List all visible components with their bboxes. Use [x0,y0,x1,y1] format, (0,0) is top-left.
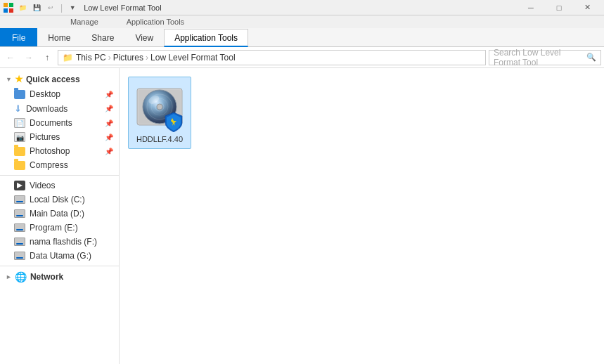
compress-folder-icon [14,161,25,170]
sidebar-item-flashdis[interactable]: nama flashdis (F:) [0,235,119,249]
back-button[interactable]: ← [3,50,18,65]
maximize-button[interactable]: □ [545,0,573,15]
sidebar-section-quick-access[interactable]: ▼ ★ Quick access [0,71,119,87]
svg-rect-1 [9,3,13,7]
minimize-icon: 📁 [17,2,28,13]
sidebar-item-pictures[interactable]: 📷 Pictures 📌 [0,130,119,144]
save-icon: 💾 [31,2,42,13]
content-area[interactable]: HDDLLF.4.40 [120,68,604,364]
path-part-thispc: This PC [76,53,106,63]
search-icon: 🔍 [586,53,596,62]
hdd-disc-svg [134,82,185,132]
sidebar: ▼ ★ Quick access Desktop 📌 ⇓ Downloads 📌… [0,68,120,364]
sidebar-item-desktop[interactable]: Desktop 📌 [0,87,119,101]
quick-access-chevron: ▼ [6,76,12,83]
app-icon [3,2,14,13]
flashdis-icon [14,238,25,246]
ribbon: Manage Application Tools File Home Share… [0,15,604,47]
main-data-icon [14,209,25,218]
undo-icon: ↩ [45,2,56,13]
sidebar-item-label-flashdis: nama flashdis (F:) [30,237,97,247]
sidebar-item-photoshop[interactable]: Photoshop 📌 [0,144,119,158]
window-title: Low Level Format Tool [84,4,517,12]
pin-icon-desktop: 📌 [105,91,113,98]
ribbon-tabs: File Home Share View Application Tools [0,28,604,46]
close-button[interactable]: ✕ [573,0,601,15]
sidebar-item-program[interactable]: Program (E:) [0,221,119,235]
file-item-hddllf[interactable]: HDDLLF.4.40 [128,77,191,149]
sidebar-item-main-data[interactable]: Main Data (D:) [0,207,119,221]
search-placeholder: Search Low Level Format Tool [494,48,586,67]
sidebar-item-documents[interactable]: 📄 Documents 📌 [0,116,119,130]
quick-access-star-icon: ★ [15,74,23,84]
desktop-icon [14,90,25,99]
title-bar: 📁 💾 ↩ | ▼ Low Level Format Tool ─ □ ✕ [0,0,604,15]
quick-access-label: Quick access [26,74,80,84]
network-icon: 🌐 [15,272,27,282]
dropdown-icon[interactable]: ▼ [67,2,78,13]
tab-view[interactable]: View [124,28,164,46]
pin-icon-pictures: 📌 [105,134,113,141]
data-utama-icon [14,252,25,260]
sidebar-item-data-utama[interactable]: Data Utama (G:) [0,249,119,263]
hdd-icon-wrapper [134,82,185,132]
sidebar-item-label-compress: Compress [30,160,68,170]
tab-home[interactable]: Home [37,28,81,46]
sidebar-item-label-downloads: Downloads [26,104,68,114]
pin-icon-photoshop: 📌 [105,148,113,155]
downloads-icon: ⇓ [14,103,22,114]
svg-rect-2 [4,8,8,13]
sidebar-item-label-photoshop: Photoshop [30,146,70,156]
up-button[interactable]: ↑ [39,50,55,65]
network-label: Network [30,272,63,282]
main-layout: ▼ ★ Quick access Desktop 📌 ⇓ Downloads 📌… [0,68,604,364]
sidebar-item-videos[interactable]: Videos [0,178,119,193]
forward-button[interactable]: → [21,50,37,65]
pictures-icon: 📷 [14,132,25,142]
svg-rect-0 [4,3,8,7]
photoshop-folder-icon [14,147,25,156]
local-disk-icon [14,195,25,204]
sidebar-item-label-desktop: Desktop [30,89,60,99]
pin-icon-documents: 📌 [105,119,113,127]
pin-icon-downloads: 📌 [105,105,113,112]
tab-application-tools[interactable]: Application Tools [164,29,248,47]
sidebar-item-label-main-data: Main Data (D:) [30,209,84,219]
sidebar-item-label-local-disk: Local Disk (C:) [30,195,85,204]
sidebar-divider-2 [0,266,119,266]
sidebar-item-label-data-utama: Data Utama (G:) [30,251,91,261]
program-icon [14,223,25,232]
sidebar-item-label-videos: Videos [30,181,55,190]
minimize-button[interactable]: ─ [517,0,545,15]
sidebar-divider-1 [0,175,119,176]
address-path[interactable]: 📁 This PC › Pictures › Low Level Format … [58,50,486,65]
sidebar-section-network[interactable]: ► 🌐 Network [0,269,119,285]
title-bar-icons: 📁 💾 ↩ | ▼ [3,2,78,13]
sidebar-item-local-disk[interactable]: Local Disk (C:) [0,193,119,207]
ribbon-context-label-row: Manage Application Tools [0,15,604,28]
sidebar-item-label-documents: Documents [30,118,72,128]
tab-share[interactable]: Share [81,28,124,46]
tab-file[interactable]: File [0,28,37,46]
app-tools-label: Application Tools [113,18,198,26]
manage-label: Manage [56,18,113,26]
window-controls: ─ □ ✕ [517,0,601,15]
videos-icon [14,181,25,190]
path-part-pictures: Pictures [113,53,143,63]
svg-rect-3 [9,8,13,13]
path-part-folder: Low Level Format Tool [150,53,236,63]
address-bar: ← → ↑ 📁 This PC › Pictures › Low Level F… [0,47,604,68]
sidebar-item-downloads[interactable]: ⇓ Downloads 📌 [0,101,119,116]
documents-icon: 📄 [14,118,25,128]
svg-point-10 [157,104,162,110]
network-chevron: ► [6,273,12,280]
file-name: HDDLLF.4.40 [136,135,183,144]
sidebar-item-label-pictures: Pictures [30,132,60,142]
path-home-icon: 📁 [63,53,73,63]
sidebar-item-label-program: Program (E:) [30,223,78,233]
search-box[interactable]: Search Low Level Format Tool 🔍 [489,50,601,65]
sidebar-item-compress[interactable]: Compress [0,158,119,172]
